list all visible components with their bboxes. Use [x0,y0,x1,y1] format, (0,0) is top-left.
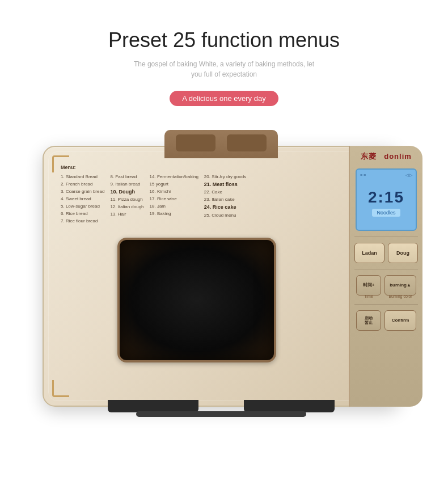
ladan-button[interactable]: Ladan [354,243,384,263]
start-label: 启动 暂止 [365,316,373,326]
menu-col-1: 1. Standard Bread 2. French bread 3. Coa… [61,174,104,225]
btn-row-middle[interactable]: 时间 + Time burning ▲ Burning color [354,275,418,298]
menu-item-14: 14. Fermentation/baking [150,174,198,180]
menu-item-10: 10. Dough [110,188,143,196]
confirm-button[interactable]: Confirm [384,310,416,331]
bottom-handle [136,411,306,417]
menu-item-18: 18. Jam [150,203,198,210]
btn-row-top[interactable]: Ladan Doug [354,243,418,263]
time-button-wrapper: 时间 + Time [356,275,381,298]
menu-item-24: 24. Rice cake [204,204,246,212]
menu-item-12: 12. Italian dough [110,204,143,210]
time-plus: + [372,282,375,288]
menu-item-9: 9. Italian bread [110,181,143,188]
machine-body: Menu: 1. Standard Bread 2. French bread … [43,146,400,407]
leg-right [244,400,335,412]
brand-logo: 东菱 donlim [361,151,412,162]
menu-item-3: 3. Coarse grain bread [61,188,104,195]
menu-item-21: 21. Meat floss [204,181,246,189]
menu-title: Menu: [61,164,322,172]
time-button[interactable]: 时间 + [356,275,381,296]
burning-color-label: Burning color [388,294,412,298]
separator-1 [354,237,418,237]
menu-item-4: 4. Sweet bread [61,196,104,203]
burning-label: burning [390,282,407,288]
lcd-mode: Noodles [372,209,400,217]
time-chinese: 时间 [363,282,372,288]
lcd-display: ≡ ≡ ◁ ▷ 2:15 Noodles [356,168,417,231]
lid-handle [164,130,278,158]
menu-item-6: 6. Rice bread [61,210,104,217]
menu-item-16: 16. Kimchi [150,188,198,195]
menu-item-8: 8. Fast bread [110,174,143,180]
time-label: Time [364,294,373,298]
subtitle: The gospel of baking White, a variety of… [133,59,315,79]
corner-accent-bl [52,380,69,397]
menu-item-11: 11. Pizza dough [110,196,143,203]
start-button[interactable]: 启动 暂止 [356,310,381,331]
menu-item-13: 13. Hair [110,211,143,218]
btn-row-bottom[interactable]: 启动 暂止 Confirm [354,310,418,331]
oven-window [117,238,276,362]
header-section: Preset 25 function menus The gospel of b… [108,0,340,117]
right-panel: 东菱 donlim ≡ ≡ ◁ ▷ 2:15 Noodles Ladan Dou… [349,146,422,407]
page-title: Preset 25 function menus [108,28,340,52]
menu-columns: 1. Standard Bread 2. French bread 3. Coa… [61,174,322,225]
menu-item-5: 5. Low-sugar bread [61,203,104,210]
menu-item-1: 1. Standard Bread [61,174,104,180]
menu-item-19: 19. Baking [150,210,198,217]
lcd-top-icons: ≡ ≡ ◁ ▷ [360,173,412,178]
burning-button[interactable]: burning ▲ [384,275,416,296]
machine-wrapper: Menu: 1. Standard Bread 2. French bread … [26,123,422,429]
menu-col-2: 8. Fast bread 9. Italian bread 10. Dough… [110,174,143,225]
menu-area: Menu: 1. Standard Bread 2. French bread … [61,164,322,225]
page-container: Preset 25 function menus The gospel of b… [0,0,448,502]
menu-item-7: 7. Rice flour bread [61,218,104,225]
lcd-icon-left: ≡ ≡ [360,173,366,178]
brand-english: donlim [384,152,412,161]
separator-2 [354,269,418,269]
badge: A delicious one every day [170,91,278,106]
menu-item-25: 25. Cloud menu [204,212,246,219]
menu-item-17: 17. Rice wine [150,196,198,203]
menu-item-2: 2. French bread [61,181,104,188]
doug-button[interactable]: Doug [388,243,418,263]
menu-col-4: 20. Stir-fry dry goods 21. Meat floss 22… [204,174,246,225]
menu-item-22: 22. Cake [204,189,246,196]
separator-3 [354,304,418,305]
leg-left [108,400,198,412]
menu-item-23: 23. Italian cake [204,196,246,203]
menu-col-3: 14. Fermentation/baking 15 yogurt 16. Ki… [150,174,198,225]
menu-item-20: 20. Stir-fry dry goods [204,174,246,180]
lcd-icon-right: ◁ ▷ [405,173,412,178]
menu-item-15: 15 yogurt [150,181,198,188]
burning-symbol: ▲ [407,282,411,288]
burning-button-wrapper: burning ▲ Burning color [384,275,416,298]
lcd-time: 2:15 [368,188,404,206]
brand-chinese: 东菱 [361,152,377,161]
